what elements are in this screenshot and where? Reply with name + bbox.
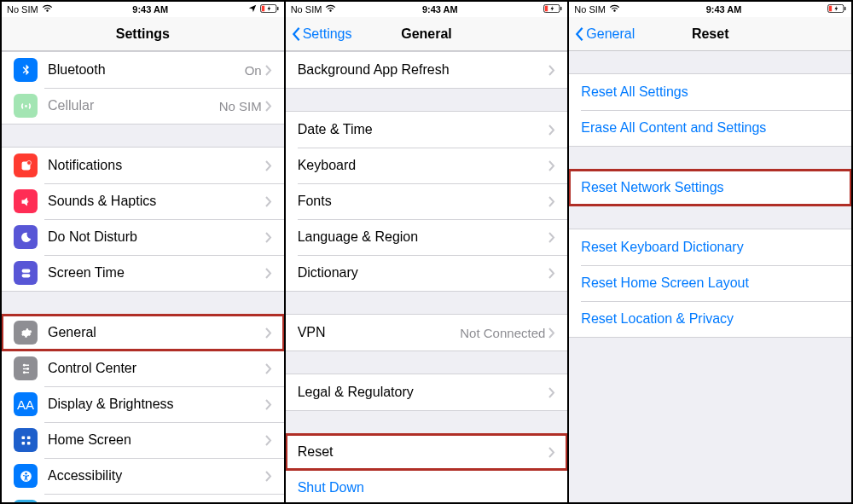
reset-list[interactable]: Reset All Settings Erase All Content and… (569, 51, 851, 502)
status-bar: No SIM 9:43 AM (286, 2, 568, 17)
chevron-icon (548, 160, 555, 171)
row-control-center[interactable]: Control Center (2, 350, 284, 386)
row-label: Reset Network Settings (581, 180, 839, 195)
row-label: Reset Keyboard Dictionary (581, 240, 839, 255)
chevron-icon (548, 65, 555, 76)
row-cellular[interactable]: Cellular No SIM (2, 88, 284, 124)
bluetooth-icon (14, 58, 38, 82)
row-screentime[interactable]: Screen Time (2, 255, 284, 291)
chevron-icon (548, 268, 555, 279)
sounds-icon (14, 189, 38, 213)
row-notifications[interactable]: Notifications (2, 148, 284, 183)
settings-panel: No SIM 9:43 AM Settings (2, 2, 284, 502)
screentime-icon (14, 261, 38, 285)
row-label: Sounds & Haptics (48, 194, 265, 209)
status-time: 9:43 AM (706, 4, 742, 14)
back-label: General (586, 26, 635, 42)
row-wallpaper[interactable]: Wallpaper (2, 494, 284, 502)
svg-rect-1 (277, 7, 278, 10)
row-display[interactable]: AA Display & Brightness (2, 386, 284, 422)
row-date-time[interactable]: Date & Time (286, 112, 568, 148)
chevron-icon (265, 196, 272, 207)
battery-icon (827, 4, 846, 14)
row-language[interactable]: Language & Region (286, 219, 568, 255)
row-label: Language & Region (298, 229, 549, 245)
general-icon (14, 321, 38, 345)
row-general[interactable]: General (2, 315, 284, 350)
row-shutdown[interactable]: Shut Down (286, 470, 568, 502)
row-label: Screen Time (48, 265, 265, 281)
chevron-icon (548, 327, 555, 339)
nav-bar: General Reset (569, 17, 851, 51)
row-label: Do Not Disturb (48, 229, 265, 245)
row-label: Notifications (48, 158, 265, 173)
status-bar: No SIM 9:43 AM (2, 2, 284, 17)
svg-rect-11 (26, 441, 30, 444)
svg-point-4 (26, 160, 31, 165)
nav-bar: Settings (2, 17, 284, 51)
chevron-icon (265, 435, 272, 446)
row-dictionary[interactable]: Dictionary (286, 255, 568, 291)
svg-rect-19 (844, 7, 845, 10)
svg-point-13 (25, 472, 27, 475)
chevron-icon (265, 160, 272, 171)
chevron-icon (548, 387, 555, 398)
row-reset[interactable]: Reset (286, 434, 568, 470)
row-label: Legal & Regulatory (298, 385, 549, 400)
settings-list[interactable]: Bluetooth On Cellular No SIM Notificatio… (2, 51, 284, 502)
row-label: Control Center (48, 361, 265, 376)
row-accessibility[interactable]: Accessibility (2, 458, 284, 494)
row-reset-network[interactable]: Reset Network Settings (569, 170, 851, 206)
row-fonts[interactable]: Fonts (286, 183, 568, 219)
chevron-icon (265, 471, 272, 482)
row-keyboard[interactable]: Keyboard (286, 148, 568, 183)
row-label: Date & Time (298, 122, 549, 137)
row-bluetooth[interactable]: Bluetooth On (2, 52, 284, 88)
wifi-icon (609, 4, 620, 14)
chevron-icon (265, 101, 272, 112)
chevron-icon (265, 327, 272, 339)
svg-rect-16 (560, 7, 561, 10)
chevron-icon (265, 65, 272, 76)
row-erase-all[interactable]: Erase All Content and Settings (569, 110, 851, 146)
dnd-icon (14, 225, 38, 249)
back-button[interactable]: Settings (291, 26, 352, 42)
row-label: Accessibility (48, 468, 265, 484)
page-title: General (401, 26, 452, 42)
row-reset-keyboard[interactable]: Reset Keyboard Dictionary (569, 229, 851, 265)
svg-point-5 (22, 363, 25, 366)
svg-rect-2 (261, 6, 264, 12)
svg-rect-17 (545, 6, 548, 12)
row-label: General (48, 325, 265, 340)
reset-panel: No SIM 9:43 AM General Reset Reset All S… (567, 2, 851, 502)
row-label: Erase All Content and Settings (581, 120, 839, 136)
carrier-text: No SIM (291, 4, 322, 14)
row-value: On (245, 63, 262, 78)
row-reset-home[interactable]: Reset Home Screen Layout (569, 265, 851, 301)
row-vpn[interactable]: VPN Not Connected (286, 315, 568, 350)
wifi-icon (42, 4, 53, 14)
row-value: No SIM (219, 99, 262, 113)
row-reset-location[interactable]: Reset Location & Privacy (569, 301, 851, 337)
row-label: Background App Refresh (298, 62, 549, 78)
row-label: Dictionary (298, 265, 549, 281)
row-label: Reset Location & Privacy (581, 311, 839, 327)
general-list[interactable]: Background App Refresh Date & Time Keybo… (286, 51, 568, 502)
svg-rect-10 (21, 441, 25, 444)
svg-rect-9 (26, 436, 30, 439)
row-home-screen[interactable]: Home Screen (2, 422, 284, 458)
chevron-icon (265, 268, 272, 279)
location-icon (248, 4, 257, 14)
row-sounds[interactable]: Sounds & Haptics (2, 183, 284, 219)
chevron-icon (265, 399, 272, 410)
nav-bar: Settings General (286, 17, 568, 51)
row-reset-all[interactable]: Reset All Settings (569, 74, 851, 110)
back-button[interactable]: General (574, 26, 635, 42)
row-dnd[interactable]: Do Not Disturb (2, 219, 284, 255)
row-label: Reset Home Screen Layout (581, 275, 839, 291)
row-bg-refresh[interactable]: Background App Refresh (286, 52, 568, 88)
row-label: Bluetooth (48, 62, 245, 78)
row-label: Home Screen (48, 432, 265, 448)
row-legal[interactable]: Legal & Regulatory (286, 374, 568, 410)
chevron-icon (548, 196, 555, 207)
